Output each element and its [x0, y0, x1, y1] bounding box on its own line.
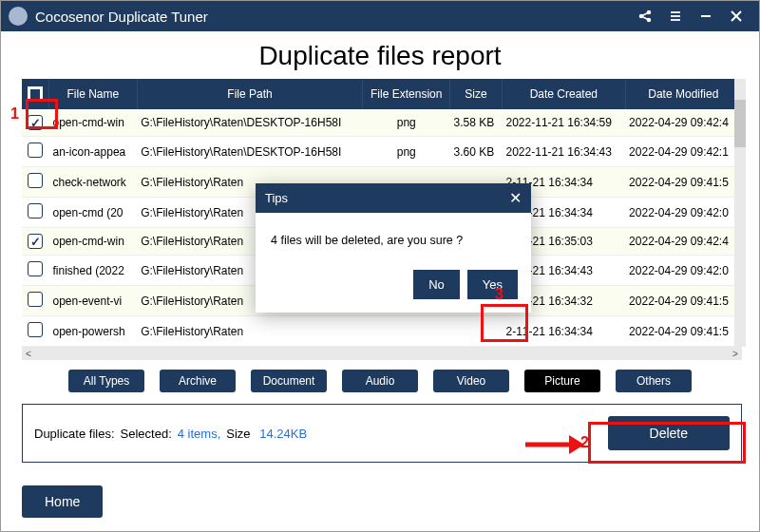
cell-modified: 2022-04-29 09:42:0: [625, 256, 741, 286]
cell-modified: 2022-04-29 09:42:1: [625, 137, 741, 167]
selected-size: 14.24KB: [259, 427, 307, 441]
svg-line-4: [642, 17, 648, 20]
row-checkbox[interactable]: [28, 142, 43, 158]
cell-path: G:\FileHistory\Raten\DESKTOP-16H58I: [137, 137, 363, 167]
menu-icon[interactable]: [664, 5, 687, 28]
annotation-arrow-icon: [523, 433, 584, 456]
table-row[interactable]: open-powershG:\FileHistory\Raten2-11-21 …: [22, 316, 742, 347]
filter-others[interactable]: Others: [616, 370, 692, 392]
cell-size: 3.60 KB: [450, 137, 503, 167]
cell-path: G:\FileHistory\Raten: [137, 316, 363, 347]
cell-name: open-cmd-win: [49, 109, 138, 137]
cell-ext: [363, 316, 450, 347]
share-icon[interactable]: [634, 5, 656, 28]
cell-modified: 2022-04-29 09:42:4: [625, 228, 741, 256]
minimize-icon[interactable]: [694, 5, 717, 28]
row-checkbox[interactable]: [28, 234, 43, 249]
row-checkbox[interactable]: [28, 261, 43, 276]
selected-count: 4 items,: [178, 427, 221, 441]
svg-line-3: [642, 13, 648, 16]
table-row[interactable]: open-cmd-winG:\FileHistory\Raten\DESKTOP…: [22, 109, 742, 137]
col-extension[interactable]: File Extension: [363, 79, 450, 109]
cell-created: 2022-11-21 16:34:59: [503, 109, 626, 137]
col-created[interactable]: Date Created: [503, 79, 626, 109]
cell-path: G:\FileHistory\Raten\DESKTOP-16H58I: [137, 109, 363, 137]
filter-bar: All TypesArchiveDocumentAudioVideoPictur…: [1, 360, 759, 398]
col-size[interactable]: Size: [450, 79, 503, 109]
cell-modified: 2022-04-29 09:42:4: [625, 109, 741, 137]
cell-name: open-powersh: [49, 316, 138, 347]
col-modified[interactable]: Date Modified: [625, 79, 741, 109]
cell-modified: 2022-04-29 09:41:5: [625, 286, 741, 316]
filter-archive[interactable]: Archive: [160, 370, 236, 392]
cell-name: open-cmd (20: [49, 198, 138, 228]
scroll-right-icon[interactable]: >: [729, 347, 742, 360]
annotation-3: 3: [495, 286, 504, 303]
cell-modified: 2022-04-29 09:41:5: [625, 167, 741, 198]
cell-modified: 2022-04-29 09:42:0: [625, 198, 741, 228]
col-file-path[interactable]: File Path: [137, 79, 363, 109]
app-logo: [9, 7, 28, 26]
cell-modified: 2022-04-29 09:41:5: [625, 316, 741, 347]
summary-label: Duplicate files:: [34, 427, 115, 441]
annotation-1: 1: [10, 105, 19, 123]
filter-all-types[interactable]: All Types: [68, 370, 144, 392]
filter-picture[interactable]: Picture: [524, 370, 600, 392]
table-row[interactable]: an-icon-appeaG:\FileHistory\Raten\DESKTO…: [22, 137, 742, 167]
svg-marker-12: [569, 435, 584, 454]
home-button[interactable]: Home: [22, 485, 103, 518]
dialog-message: 4 files will be deleted, are you sure ?: [256, 213, 531, 258]
filter-document[interactable]: Document: [251, 370, 327, 392]
cell-created: 2022-11-21 16:34:43: [503, 137, 626, 167]
annotation-box-1: [26, 99, 58, 129]
cell-name: check-network: [49, 167, 138, 198]
horizontal-scrollbar[interactable]: < >: [22, 347, 742, 360]
page-title: Duplicate files report: [1, 31, 759, 79]
vertical-scrollbar[interactable]: [734, 79, 746, 347]
filter-audio[interactable]: Audio: [342, 370, 418, 392]
scroll-left-icon[interactable]: <: [22, 347, 35, 360]
row-checkbox[interactable]: [28, 292, 43, 307]
dialog-title-bar: Tips ✕: [256, 183, 531, 213]
annotation-box-3: [481, 304, 528, 342]
cell-name: open-event-vi: [49, 286, 138, 316]
close-icon[interactable]: [725, 5, 748, 28]
tips-dialog: Tips ✕ 4 files will be deleted, are you …: [256, 183, 531, 313]
cell-ext: png: [363, 109, 450, 137]
col-file-name[interactable]: File Name: [49, 79, 138, 109]
row-checkbox[interactable]: [28, 322, 43, 337]
size-label: Size: [226, 427, 250, 441]
annotation-box-2: [588, 422, 746, 464]
app-title: Cocosenor Duplicate Tuner: [35, 9, 630, 25]
selected-label: Selected:: [121, 427, 172, 441]
yes-button[interactable]: Yes: [467, 270, 518, 299]
no-button[interactable]: No: [413, 270, 460, 299]
filter-video[interactable]: Video: [433, 370, 509, 392]
cell-name: open-cmd-win: [49, 228, 138, 256]
dialog-title: Tips: [265, 191, 288, 205]
row-checkbox[interactable]: [28, 173, 43, 188]
title-bar: Cocosenor Duplicate Tuner: [1, 1, 759, 31]
cell-name: finished (2022: [49, 256, 138, 286]
cell-ext: png: [363, 137, 450, 167]
cell-size: 3.58 KB: [450, 109, 503, 137]
row-checkbox[interactable]: [28, 203, 43, 218]
dialog-close-icon[interactable]: ✕: [509, 189, 522, 207]
cell-name: an-icon-appea: [49, 137, 138, 167]
scrollbar-thumb[interactable]: [734, 100, 746, 147]
